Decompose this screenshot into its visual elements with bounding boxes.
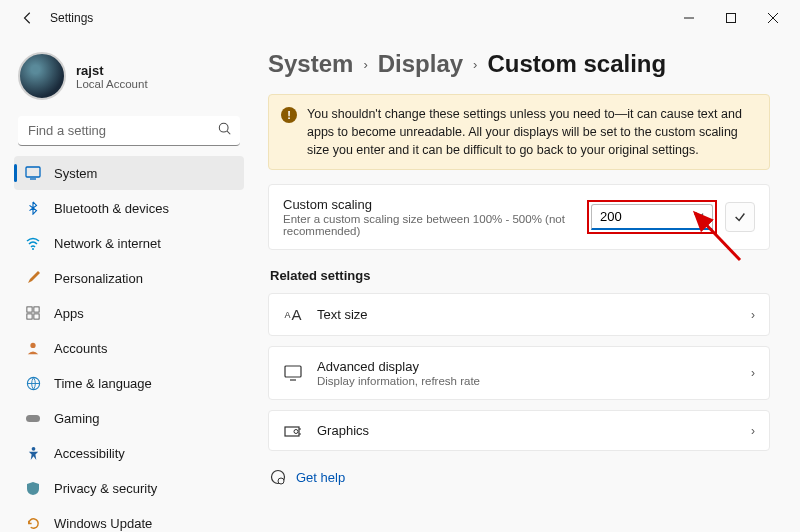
update-icon bbox=[24, 514, 42, 532]
app-title: Settings bbox=[50, 11, 93, 25]
row-sub: Display information, refresh rate bbox=[317, 375, 751, 387]
search-box bbox=[18, 116, 240, 146]
text-size-row[interactable]: AA Text size › bbox=[268, 293, 770, 336]
chevron-right-icon: › bbox=[751, 424, 755, 438]
user-subtitle: Local Account bbox=[76, 78, 148, 90]
user-name: rajst bbox=[76, 63, 148, 78]
apps-icon bbox=[24, 304, 42, 322]
svg-rect-7 bbox=[27, 307, 32, 312]
checkmark-icon bbox=[733, 210, 747, 224]
sidebar-item-accessibility[interactable]: Accessibility bbox=[14, 436, 244, 470]
system-icon bbox=[24, 164, 42, 182]
svg-rect-15 bbox=[285, 366, 301, 377]
search-input[interactable] bbox=[18, 116, 240, 146]
sidebar-item-label: Apps bbox=[54, 306, 84, 321]
bluetooth-icon bbox=[24, 199, 42, 217]
shield-icon bbox=[24, 479, 42, 497]
svg-rect-8 bbox=[34, 307, 39, 312]
related-settings-label: Related settings bbox=[270, 268, 770, 283]
sidebar-item-personalization[interactable]: Personalization bbox=[14, 261, 244, 295]
get-help-link[interactable]: Get help bbox=[296, 470, 345, 485]
sidebar-item-label: Personalization bbox=[54, 271, 143, 286]
back-button[interactable] bbox=[12, 2, 44, 34]
text-size-icon: AA bbox=[283, 306, 303, 323]
sidebar-item-network[interactable]: Network & internet bbox=[14, 226, 244, 260]
minimize-button[interactable] bbox=[668, 2, 710, 34]
svg-point-18 bbox=[294, 429, 298, 433]
svg-point-22 bbox=[278, 478, 284, 484]
search-icon[interactable] bbox=[218, 122, 232, 140]
sidebar-item-label: Network & internet bbox=[54, 236, 161, 251]
svg-rect-1 bbox=[727, 14, 736, 23]
svg-rect-17 bbox=[285, 427, 299, 436]
sidebar-item-label: Time & language bbox=[54, 376, 152, 391]
sidebar-item-label: Windows Update bbox=[54, 516, 152, 531]
sidebar-item-bluetooth[interactable]: Bluetooth & devices bbox=[14, 191, 244, 225]
row-title: Text size bbox=[317, 307, 751, 322]
highlight-annotation: ✕ bbox=[587, 200, 717, 234]
svg-rect-9 bbox=[27, 314, 32, 319]
nav-list: System Bluetooth & devices Network & int… bbox=[14, 156, 244, 532]
sidebar: rajst Local Account System Bluetooth & d… bbox=[0, 36, 252, 532]
clear-input-icon[interactable]: ✕ bbox=[695, 210, 705, 224]
sidebar-item-update[interactable]: Windows Update bbox=[14, 506, 244, 532]
chevron-right-icon: › bbox=[363, 57, 367, 72]
breadcrumb-system[interactable]: System bbox=[268, 50, 353, 78]
svg-point-6 bbox=[32, 248, 34, 250]
accessibility-icon bbox=[24, 444, 42, 462]
custom-scaling-card: Custom scaling Enter a custom scaling si… bbox=[268, 184, 770, 250]
custom-scaling-sub: Enter a custom scaling size between 100%… bbox=[283, 213, 587, 237]
warning-text: You shouldn't change these settings unle… bbox=[307, 105, 757, 159]
gamepad-icon bbox=[24, 409, 42, 427]
custom-scaling-title: Custom scaling bbox=[283, 197, 587, 212]
advanced-display-row[interactable]: Advanced display Display information, re… bbox=[268, 346, 770, 400]
chevron-right-icon: › bbox=[473, 57, 477, 72]
monitor-icon bbox=[283, 365, 303, 381]
sidebar-item-time[interactable]: Time & language bbox=[14, 366, 244, 400]
breadcrumb-display[interactable]: Display bbox=[378, 50, 463, 78]
sidebar-item-label: Accessibility bbox=[54, 446, 125, 461]
warning-icon: ! bbox=[281, 107, 297, 123]
sidebar-item-label: Privacy & security bbox=[54, 481, 157, 496]
breadcrumb: System › Display › Custom scaling bbox=[268, 50, 770, 78]
sidebar-item-gaming[interactable]: Gaming bbox=[14, 401, 244, 435]
sidebar-item-label: Accounts bbox=[54, 341, 107, 356]
chevron-right-icon: › bbox=[751, 366, 755, 380]
row-title: Graphics bbox=[317, 423, 751, 438]
user-block[interactable]: rajst Local Account bbox=[14, 44, 244, 114]
row-title: Advanced display bbox=[317, 359, 751, 374]
sidebar-item-privacy[interactable]: Privacy & security bbox=[14, 471, 244, 505]
sidebar-item-system[interactable]: System bbox=[14, 156, 244, 190]
window-controls bbox=[668, 2, 794, 34]
chevron-right-icon: › bbox=[751, 308, 755, 322]
svg-rect-4 bbox=[26, 167, 40, 177]
warning-banner: ! You shouldn't change these settings un… bbox=[268, 94, 770, 170]
sidebar-item-label: Bluetooth & devices bbox=[54, 201, 169, 216]
globe-icon bbox=[24, 374, 42, 392]
sidebar-item-label: System bbox=[54, 166, 97, 181]
graphics-row[interactable]: Graphics › bbox=[268, 410, 770, 451]
sidebar-item-apps[interactable]: Apps bbox=[14, 296, 244, 330]
graphics-icon bbox=[283, 424, 303, 438]
svg-point-2 bbox=[219, 123, 228, 132]
person-icon bbox=[24, 339, 42, 357]
brush-icon bbox=[24, 269, 42, 287]
svg-point-14 bbox=[31, 446, 35, 450]
svg-rect-13 bbox=[26, 415, 40, 422]
sidebar-item-accounts[interactable]: Accounts bbox=[14, 331, 244, 365]
sidebar-item-label: Gaming bbox=[54, 411, 100, 426]
maximize-button[interactable] bbox=[710, 2, 752, 34]
title-bar: Settings bbox=[0, 0, 800, 36]
svg-rect-10 bbox=[34, 314, 39, 319]
help-icon bbox=[270, 469, 286, 485]
get-help-row[interactable]: Get help bbox=[268, 469, 770, 485]
close-button[interactable] bbox=[752, 2, 794, 34]
confirm-button[interactable] bbox=[725, 202, 755, 232]
page-title: Custom scaling bbox=[487, 50, 666, 78]
svg-point-11 bbox=[30, 343, 35, 348]
wifi-icon bbox=[24, 234, 42, 252]
content-area: System › Display › Custom scaling ! You … bbox=[252, 36, 800, 532]
avatar bbox=[18, 52, 66, 100]
svg-line-3 bbox=[227, 131, 230, 134]
